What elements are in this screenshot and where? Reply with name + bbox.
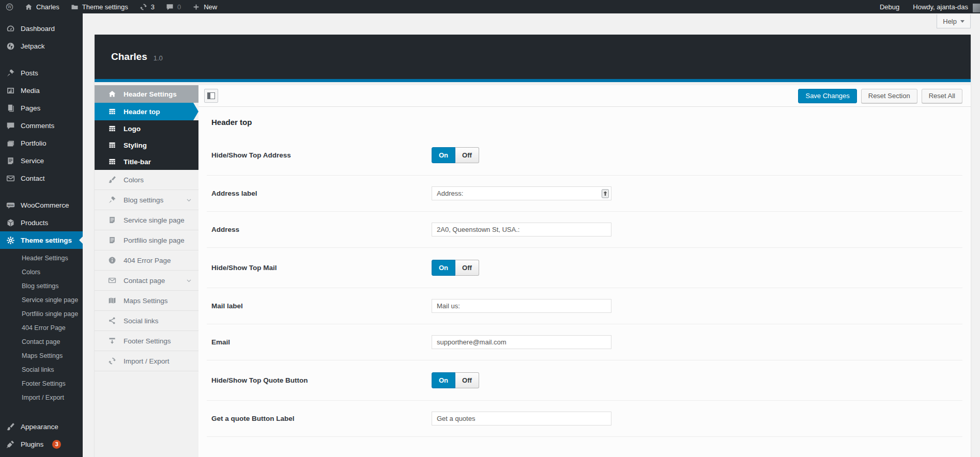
adminbar-item-label: Debug [880, 3, 899, 11]
toggle-hide-show-top-mail: OnOff [432, 260, 479, 276]
sidebar-submenu-item[interactable]: Footer Settings [0, 377, 83, 391]
sidebar-item-service[interactable]: Service [0, 152, 83, 169]
theme-options-panel: Charles 1.0 Header SettingsHeader topLog… [95, 35, 971, 457]
panel-nav-item-service-single-page[interactable]: Service single page [95, 210, 198, 230]
toggle-option-on[interactable]: On [432, 260, 455, 276]
reset-all-button[interactable]: Reset All [922, 89, 962, 103]
sidebar-item-theme-settings[interactable]: Theme settings [0, 231, 83, 249]
sidebar-item-appearance[interactable]: Appearance [0, 418, 83, 435]
sidebar-submenu-item[interactable]: Service single page [0, 293, 83, 307]
adminbar-item-label: New [204, 3, 217, 11]
panel-body: Header SettingsHeader topLogoStylingTitl… [95, 85, 971, 457]
sidebar-item-jetpack[interactable]: Jetpack [0, 37, 83, 55]
sidebar-item-label: Dashboard [21, 25, 55, 33]
panel-nav-item-styling[interactable]: Styling [95, 137, 198, 153]
sidebar-submenu-item[interactable]: Colors [0, 265, 83, 279]
panel-nav-item-label: Header Settings [124, 90, 177, 98]
panel-nav-item-header-top[interactable]: Header top [95, 103, 198, 120]
panel-nav-item-label: 404 Error Page [124, 257, 171, 264]
text-input-wrap [432, 335, 611, 349]
sidebar-submenu-item[interactable]: Header Settings [0, 251, 83, 265]
sidebar-submenu-item[interactable]: Contact page [0, 335, 83, 349]
toggle-option-off[interactable]: Off [455, 147, 479, 163]
field-row-email: Email [207, 324, 962, 360]
panel-nav-item-logo[interactable]: Logo [95, 120, 198, 137]
admin-bar-right: DebugHowdy, ajanta-das [873, 0, 980, 13]
adminbar-item-debug[interactable]: Debug [873, 0, 906, 13]
adminbar-item-label: Charles [36, 3, 59, 11]
sidebar-item-plugins[interactable]: Plugins3 [0, 435, 83, 453]
panel-nav-item-import-export[interactable]: Import / Export [95, 351, 198, 371]
sidebar-submenu: Header SettingsColorsBlog settingsServic… [0, 249, 83, 408]
sidebar-submenu-item[interactable]: Blog settings [0, 279, 83, 293]
sidebar-item-media[interactable]: Media [0, 82, 83, 99]
mail-icon [108, 276, 117, 285]
input-email[interactable] [432, 335, 611, 349]
help-button[interactable]: Help [937, 14, 971, 28]
sidebar-submenu-item[interactable]: Portfilio single page [0, 307, 83, 321]
adminbar-item-my-account[interactable]: Howdy, ajanta-das [906, 0, 980, 13]
field-row-hide-show-top-mail: Hide/Show Top MailOnOff [207, 248, 962, 288]
dashboard-icon [6, 24, 16, 33]
panel-nav-item-social-links[interactable]: Social links [95, 311, 198, 331]
input-get-a-quote-button-label[interactable] [432, 412, 611, 426]
update-count-badge: 3 [52, 440, 61, 449]
adminbar-item-updates[interactable]: 3 [134, 0, 160, 13]
panel-nav-item-label: Contact page [124, 277, 165, 285]
sidebar-item-posts[interactable]: Posts [0, 64, 83, 82]
panel-nav-item-label: Service single page [124, 216, 185, 224]
toggle-option-on[interactable]: On [432, 372, 455, 388]
adminbar-item-comments[interactable]: 0 [160, 0, 187, 13]
sidebar-submenu-item[interactable]: Social links [0, 363, 83, 377]
input-address[interactable] [432, 223, 611, 237]
panel-nav-item-404-error-page[interactable]: 404 Error Page [95, 250, 198, 271]
sidebar-item-label: Posts [21, 69, 38, 77]
home-icon [25, 3, 33, 11]
input-address-label[interactable] [432, 186, 611, 200]
reset-section-button[interactable]: Reset Section [861, 89, 917, 103]
input-mail-label[interactable] [432, 299, 611, 313]
panel-nav-item-title-bar[interactable]: Title-bar [95, 153, 198, 170]
sidebar-item-woocommerce[interactable]: wooWooCommerce [0, 196, 83, 214]
panel-nav-item-label: Import / Export [124, 357, 170, 365]
adminbar-item-site-name[interactable]: Charles [19, 0, 65, 13]
field-row-address: Address [207, 212, 962, 248]
pin-icon [108, 196, 117, 204]
sidebar-item-label: WooCommerce [21, 201, 69, 209]
panel-nav-item-portfilio-single-page[interactable]: Portfilio single page [95, 230, 198, 250]
toggle-option-off[interactable]: Off [455, 372, 479, 388]
sidebar-submenu-item[interactable]: Import / Export [0, 391, 83, 405]
sidebar-submenu-item[interactable]: Maps Settings [0, 349, 83, 363]
expand-options-button[interactable] [204, 89, 218, 103]
sidebar-item-label: Service [21, 157, 44, 165]
adminbar-item-new-content[interactable]: New [187, 0, 223, 13]
panel-nav-item-colors[interactable]: Colors [95, 170, 198, 190]
sidebar-item-label: Jetpack [21, 42, 45, 50]
sidebar-item-pages[interactable]: Pages [0, 99, 83, 117]
sidebar-item-users[interactable] [0, 453, 83, 457]
sidebar-item-label: Appearance [21, 423, 58, 431]
panel-nav: Header SettingsHeader topLogoStylingTitl… [95, 85, 198, 457]
service-icon [6, 156, 16, 165]
brush-icon [108, 176, 117, 184]
sidebar-item-contact[interactable]: Contact [0, 169, 83, 187]
save-changes-button[interactable]: Save Changes [798, 89, 856, 103]
toggle-option-off[interactable]: Off [455, 260, 479, 276]
sidebar-item-comments[interactable]: Comments [0, 117, 83, 134]
sidebar-group: AppearancePlugins3 [0, 418, 83, 457]
panel-nav-item-footer-settings[interactable]: Footer Settings [95, 331, 198, 351]
sidebar-item-portfolio[interactable]: Portfolio [0, 134, 83, 152]
panel-nav-item-blog-settings[interactable]: Blog settings [95, 190, 198, 210]
sidebar-item-products[interactable]: Products [0, 214, 83, 231]
toggle-option-on[interactable]: On [432, 147, 455, 163]
adminbar-item-theme-settings[interactable]: Theme settings [65, 0, 134, 13]
panel-nav-item-maps-settings[interactable]: Maps Settings [95, 291, 198, 311]
panel-nav-item-contact-page[interactable]: Contact page [95, 271, 198, 291]
sidebar-item-dashboard[interactable]: Dashboard [0, 20, 83, 37]
panel-content: Save Changes Reset Section Reset All Hea… [198, 85, 971, 457]
adminbar-item-wp-logo[interactable]: W [0, 0, 19, 13]
sidebar-submenu-item[interactable]: 404 Error Page [0, 321, 83, 335]
panel-nav-item-header-settings[interactable]: Header Settings [95, 85, 198, 103]
adminbar-item-label: 0 [177, 3, 181, 11]
sidebar-item-label: Plugins [21, 440, 43, 448]
